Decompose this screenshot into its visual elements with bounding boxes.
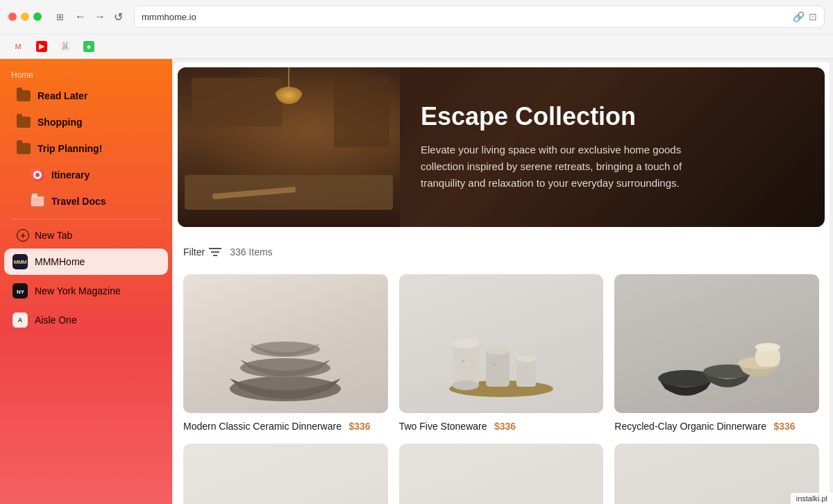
product-image-4	[183, 444, 388, 504]
aisle-one-tab-label: Aisle One	[35, 314, 77, 326]
product-info-3: Recycled-Clay Organic Dinnerware $336	[614, 420, 819, 432]
new-tab-item[interactable]: + New Tab	[6, 225, 167, 246]
product-image-2	[399, 274, 604, 413]
maximize-button[interactable]	[33, 12, 42, 21]
filter-icon	[209, 247, 221, 257]
browser-window: ⊞ ← → ↺ mmmhome.io 🔗 ⊡ M ▶	[0, 0, 833, 504]
plus-icon: +	[17, 229, 29, 242]
kitchen-cabinet-right	[334, 78, 389, 147]
sidebar-item-travel-docs[interactable]: Travel Docs	[6, 189, 167, 214]
tab-mmmhome[interactable]: MMM MMMHome	[4, 249, 168, 275]
sidebar-item-shopping[interactable]: Shopping	[6, 110, 167, 135]
traffic-lights	[8, 12, 42, 21]
bowls-svg	[216, 288, 355, 413]
nymag-tab-label: New York Magazine	[35, 285, 121, 296]
green-icon: ●	[83, 41, 94, 52]
hero-title: Escape Collection	[421, 103, 804, 131]
home-section-label: Home	[0, 67, 172, 83]
product-price-2: $336	[494, 421, 516, 432]
window-controls: ⊞	[53, 10, 67, 24]
filter-button[interactable]: Filter	[183, 244, 221, 260]
product-price-3: $336	[773, 421, 795, 432]
travel-docs-icon	[31, 194, 44, 208]
product-grid: Modern Classic Ceramic Dinnerware $336	[183, 274, 819, 504]
forward-button[interactable]: →	[92, 9, 108, 25]
svg-text:NY: NY	[17, 289, 25, 295]
main-layout: Home Read Later Shopping Trip	[0, 59, 833, 504]
sidebar-item-read-later[interactable]: Read Later	[6, 83, 167, 108]
svg-point-17	[471, 367, 473, 369]
bookmark-youtube[interactable]: ▶	[32, 40, 51, 53]
tab-aisle-one[interactable]: A Aisle One	[4, 307, 168, 333]
bookmarks-bar: M ▶ 🐰 ●	[0, 33, 833, 58]
mmmhome-favicon: MMM	[12, 254, 28, 269]
svg-point-13	[486, 346, 510, 355]
nav-buttons: ← → ↺	[72, 9, 126, 25]
itinerary-label: Itinerary	[51, 169, 90, 180]
product-image-3	[614, 274, 819, 413]
sidebar: Home Read Later Shopping Trip	[0, 59, 172, 504]
filter-label: Filter	[183, 246, 205, 258]
filter-bar: Filter 336 Items	[183, 244, 819, 260]
address-icons: 🔗 ⊡	[793, 11, 817, 22]
product-name-2: Two Five Stoneware	[399, 421, 487, 432]
product-name-1: Modern Classic Ceramic Dinnerware	[183, 421, 342, 432]
svg-point-24	[755, 343, 780, 351]
address-bar[interactable]: mmmhome.io 🔗 ⊡	[134, 6, 825, 28]
read-later-icon	[17, 89, 31, 103]
svg-point-16	[462, 360, 464, 362]
aisle-one-favicon: A	[12, 312, 28, 328]
sidebar-item-itinerary[interactable]: Itinerary	[6, 162, 167, 187]
share-icon[interactable]: 🔗	[793, 11, 805, 22]
product-name-3: Recycled-Clay Organic Dinnerware	[614, 421, 766, 432]
bookmark-gmail[interactable]: M	[8, 40, 28, 53]
travel-docs-label: Travel Docs	[51, 196, 106, 207]
product-card-2[interactable]: Two Five Stoneware $336	[399, 274, 604, 432]
sidebar-divider	[11, 219, 161, 219]
shopping-label: Shopping	[37, 117, 83, 128]
sidebar-toggle-button[interactable]: ⊞	[53, 10, 67, 24]
svg-point-18	[493, 364, 495, 366]
mmmhome-tab-label: MMMHome	[35, 256, 85, 267]
product-info-1: Modern Classic Ceramic Dinnerware $336	[183, 420, 388, 432]
rabbit-icon: 🐰	[60, 41, 71, 52]
product-image-5	[399, 444, 604, 504]
itinerary-icon	[31, 168, 44, 182]
kitchen-cabinet	[192, 78, 282, 126]
product-card-5[interactable]	[399, 444, 604, 504]
bookmark-green[interactable]: ●	[79, 40, 99, 53]
trip-planning-icon	[17, 142, 31, 156]
gmail-icon: M	[12, 41, 24, 52]
svg-point-15	[516, 355, 536, 362]
hero-banner: Escape Collection Elevate your living sp…	[178, 67, 825, 227]
youtube-icon: ▶	[36, 41, 47, 52]
svg-point-10	[453, 339, 479, 348]
pendant-wire	[288, 67, 289, 88]
product-card-4[interactable]	[183, 444, 388, 504]
address-text: mmmhome.io	[142, 12, 787, 22]
sidebar-item-trip-planning[interactable]: Trip Planning!	[6, 136, 167, 161]
back-button[interactable]: ←	[72, 9, 89, 25]
tab-nymag[interactable]: NY New York Magazine	[4, 278, 168, 304]
watermark: instalki.pl	[791, 493, 833, 504]
bookmark-rabbit[interactable]: 🐰	[56, 40, 75, 53]
items-count: 336 Items	[230, 246, 272, 258]
product-price-1: $336	[348, 421, 370, 432]
nymag-favicon: NY	[12, 283, 28, 299]
reader-mode-icon[interactable]: ⊡	[809, 11, 817, 22]
svg-point-19	[521, 371, 523, 372]
new-tab-label: New Tab	[35, 230, 72, 241]
product-card-6[interactable]	[614, 444, 819, 504]
product-card-1[interactable]: Modern Classic Ceramic Dinnerware $336	[183, 274, 388, 432]
products-area: Filter 336 Items	[172, 233, 830, 504]
svg-rect-9	[453, 344, 479, 385]
svg-point-11	[453, 380, 479, 390]
stoneware-svg	[432, 281, 571, 406]
organic-svg	[648, 281, 786, 406]
product-card-3[interactable]: Recycled-Clay Organic Dinnerware $336	[614, 274, 819, 432]
refresh-button[interactable]: ↺	[111, 9, 126, 25]
read-later-label: Read Later	[37, 90, 87, 101]
shopping-icon	[17, 115, 31, 129]
minimize-button[interactable]	[21, 12, 29, 21]
close-button[interactable]	[8, 12, 17, 21]
